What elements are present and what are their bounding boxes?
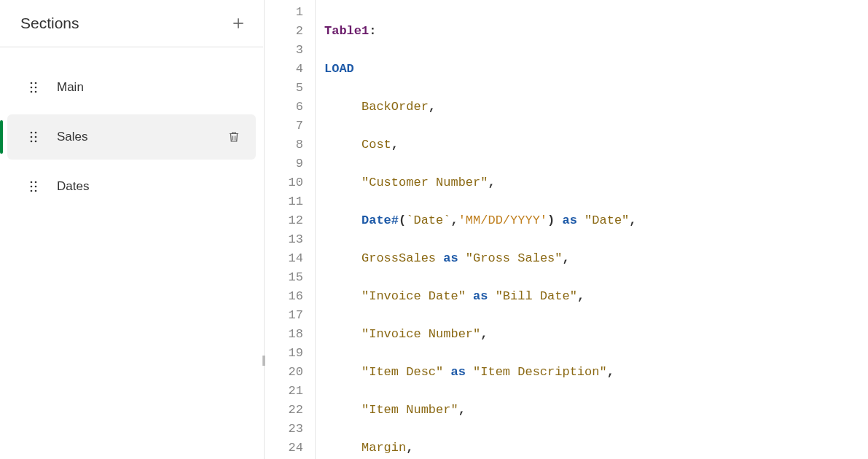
svg-point-5 bbox=[35, 87, 37, 89]
line-number: 2 bbox=[265, 22, 303, 41]
line-number: 20 bbox=[265, 363, 303, 382]
svg-point-4 bbox=[31, 87, 33, 89]
drag-handle-icon[interactable] bbox=[28, 131, 39, 143]
token-field: BackOrder bbox=[361, 100, 429, 114]
svg-point-13 bbox=[35, 141, 37, 143]
line-number: 3 bbox=[265, 41, 303, 60]
sections-sidebar: Sections Main Sales bbox=[0, 0, 264, 459]
sidebar-item-dates[interactable]: Dates bbox=[7, 164, 256, 209]
line-number: 7 bbox=[265, 117, 303, 136]
svg-point-9 bbox=[35, 132, 37, 134]
token-field: "Invoice Number" bbox=[361, 327, 480, 341]
svg-point-17 bbox=[35, 186, 37, 188]
section-list: Main Sales Dates bbox=[0, 47, 263, 213]
svg-point-11 bbox=[35, 136, 37, 138]
drag-handle-icon[interactable] bbox=[28, 181, 39, 192]
token-table: Table1 bbox=[324, 24, 369, 38]
line-number: 12 bbox=[265, 211, 303, 230]
token-field: Cost bbox=[361, 138, 391, 152]
sidebar-item-label: Main bbox=[57, 80, 243, 95]
svg-point-16 bbox=[31, 186, 33, 188]
svg-point-15 bbox=[35, 181, 37, 184]
svg-point-7 bbox=[35, 91, 37, 93]
line-number: 23 bbox=[265, 420, 303, 439]
line-number: 6 bbox=[265, 98, 303, 117]
line-number: 14 bbox=[265, 249, 303, 268]
svg-point-6 bbox=[31, 91, 33, 93]
sidebar-header: Sections bbox=[0, 0, 263, 47]
sidebar-item-label: Dates bbox=[57, 179, 243, 194]
splitter-handle-icon: || bbox=[262, 354, 264, 366]
sidebar-item-label: Sales bbox=[57, 130, 225, 144]
svg-point-2 bbox=[31, 82, 33, 85]
svg-point-8 bbox=[31, 132, 33, 134]
token-func: Date# bbox=[361, 213, 399, 227]
svg-point-3 bbox=[35, 82, 37, 85]
line-number: 15 bbox=[265, 268, 303, 287]
svg-point-14 bbox=[31, 181, 33, 184]
line-number: 5 bbox=[265, 79, 303, 98]
token-field: "Customer Number" bbox=[361, 176, 488, 189]
plus-icon bbox=[231, 16, 246, 31]
token-field: GrossSales bbox=[361, 251, 436, 265]
svg-point-18 bbox=[31, 190, 33, 192]
svg-point-12 bbox=[31, 141, 33, 143]
line-number: 16 bbox=[265, 287, 303, 306]
line-number: 19 bbox=[265, 344, 303, 363]
code-editor[interactable]: 123456789101112131415161718192021222324 … bbox=[264, 0, 868, 459]
token-field: "Item Number" bbox=[361, 403, 458, 417]
line-number: 21 bbox=[265, 382, 303, 401]
token-field: "Item Desc" bbox=[361, 365, 443, 379]
line-number: 4 bbox=[265, 60, 303, 79]
line-number: 22 bbox=[265, 401, 303, 420]
line-number: 24 bbox=[265, 439, 303, 458]
line-number: 17 bbox=[265, 306, 303, 325]
add-section-button[interactable] bbox=[228, 13, 249, 34]
code-area[interactable]: Table1: LOAD BackOrder, Cost, "Customer … bbox=[316, 0, 868, 459]
line-gutter: 123456789101112131415161718192021222324 bbox=[265, 0, 316, 459]
token-field: "Invoice Date" bbox=[361, 289, 466, 303]
line-number: 8 bbox=[265, 136, 303, 154]
token-keyword: LOAD bbox=[324, 62, 354, 76]
svg-point-10 bbox=[31, 136, 33, 138]
svg-point-19 bbox=[35, 190, 37, 192]
delete-section-button[interactable] bbox=[225, 128, 243, 146]
sidebar-title: Sections bbox=[20, 15, 79, 32]
drag-handle-icon[interactable] bbox=[28, 82, 39, 93]
line-number: 18 bbox=[265, 325, 303, 344]
token-field: Margin bbox=[361, 441, 406, 455]
sidebar-item-main[interactable]: Main bbox=[7, 65, 256, 110]
pane-splitter[interactable]: || bbox=[259, 0, 267, 459]
line-number: 1 bbox=[265, 3, 303, 22]
line-number: 13 bbox=[265, 230, 303, 249]
trash-icon bbox=[227, 130, 241, 144]
sidebar-item-sales[interactable]: Sales bbox=[7, 114, 256, 160]
line-number: 10 bbox=[265, 173, 303, 192]
line-number: 11 bbox=[265, 192, 303, 211]
line-number: 9 bbox=[265, 154, 303, 173]
